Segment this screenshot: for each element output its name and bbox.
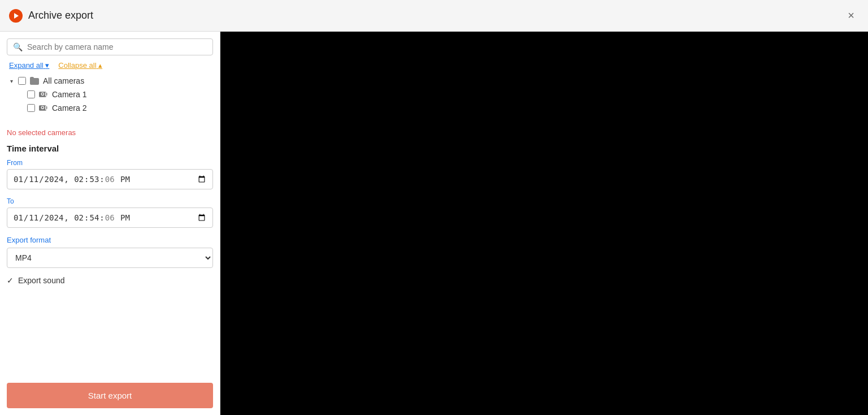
camera-2-label: Camera 2 [52, 103, 86, 113]
export-sound-row: ✓ Export sound [7, 276, 213, 285]
root-label: All cameras [43, 76, 84, 85]
folder-icon [29, 76, 40, 86]
export-sound-label: Export sound [18, 276, 65, 285]
tree-camera-2-item: Camera 2 [27, 101, 213, 115]
main-content: 🔍 Expand all ▾ Collapse all ▴ ▾ [0, 32, 868, 415]
search-input[interactable] [27, 42, 207, 51]
tree-controls: Expand all ▾ Collapse all ▴ [7, 61, 213, 70]
camera-2-checkbox[interactable] [27, 104, 35, 112]
format-select[interactable]: MP4 AVI MKV [7, 248, 213, 268]
to-datetime-input[interactable] [7, 208, 213, 228]
from-datetime-input[interactable] [7, 169, 213, 189]
expand-all-button[interactable]: Expand all ▾ [9, 61, 49, 70]
tree-chevron[interactable]: ▾ [7, 76, 16, 85]
title-bar: Archive export × [0, 0, 868, 32]
search-icon: 🔍 [13, 42, 23, 51]
tree-root-item: ▾ All cameras [7, 74, 213, 88]
dialog-title: Archive export [28, 10, 843, 21]
close-button[interactable]: × [843, 8, 859, 24]
camera-icon-2 [38, 103, 49, 113]
root-checkbox[interactable] [18, 77, 26, 85]
camera-1-label: Camera 1 [52, 90, 86, 99]
collapse-all-button[interactable]: Collapse all ▴ [58, 61, 102, 70]
time-interval-title: Time interval [7, 144, 213, 153]
left-panel: 🔍 Expand all ▾ Collapse all ▴ ▾ [0, 32, 220, 415]
search-box: 🔍 [7, 38, 213, 55]
check-mark-icon: ✓ [7, 276, 14, 285]
to-label: To [7, 197, 213, 205]
tree-camera-1-item: Camera 1 [27, 88, 213, 101]
no-cameras-message: No selected cameras [7, 128, 213, 137]
export-format-label: Export format [7, 236, 213, 244]
export-format-section: Export format MP4 AVI MKV [7, 236, 213, 276]
start-export-button[interactable]: Start export [7, 383, 213, 408]
archive-export-dialog: Archive export × 🔍 Expand all ▾ Collapse… [0, 0, 868, 415]
app-icon [9, 9, 23, 23]
camera-icon-1 [38, 89, 49, 100]
camera-tree: ▾ All cameras [7, 74, 213, 115]
from-label: From [7, 159, 213, 167]
time-interval-section: Time interval From To [7, 144, 213, 236]
preview-panel [220, 32, 868, 415]
camera-1-checkbox[interactable] [27, 90, 35, 98]
